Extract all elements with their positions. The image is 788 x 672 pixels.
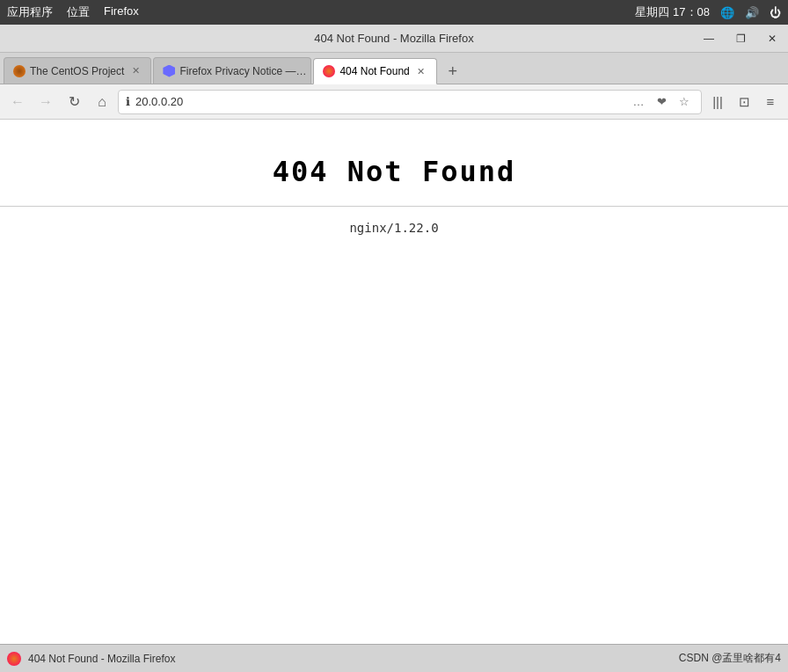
tab-bar: The CentOS Project ✕ Firefox Privacy Not… <box>0 53 788 84</box>
nav-bar: ← → ↻ ⌂ ℹ 20.0.0.20 … ❤ ☆ ||| ⊡ ≡ <box>0 84 788 120</box>
statusbar-watermark: CSDN @孟里啥都有4 <box>679 651 781 666</box>
tab-404[interactable]: 404 Not Found ✕ <box>313 58 436 84</box>
home-button[interactable]: ⌂ <box>90 90 114 114</box>
close-button[interactable]: ✕ <box>756 25 788 53</box>
main-menu-button[interactable]: ≡ <box>758 90 783 114</box>
browser-title: 404 Not Found - Mozilla Firefox <box>314 32 473 45</box>
bookmark-star-icon[interactable]: ☆ <box>675 92 694 112</box>
volume-icon[interactable]: 🔊 <box>745 6 759 19</box>
os-menu-firefox[interactable]: Firefox <box>104 4 139 20</box>
new-tab-button[interactable]: + <box>441 59 465 84</box>
ff-favicon-active <box>323 65 335 77</box>
statusbar-favicon <box>7 652 21 666</box>
sidebar-toggle-button[interactable]: ⊡ <box>732 90 756 114</box>
error-heading: 404 Not Found <box>273 155 515 188</box>
pocket-icon[interactable]: ❤ <box>652 92 671 112</box>
address-icons: … ❤ ☆ <box>629 92 694 112</box>
os-menu-location[interactable]: 位置 <box>67 4 90 20</box>
browser-titlebar: 404 Not Found - Mozilla Firefox — ❐ ✕ <box>0 25 788 53</box>
bookmarks-library-button[interactable]: ||| <box>705 90 730 114</box>
ff-shield-favicon <box>163 65 175 77</box>
tab-privacy-label: Firefox Privacy Notice —… <box>179 65 306 77</box>
server-info: nginx/1.22.0 <box>349 221 438 235</box>
minimize-button[interactable]: — <box>693 25 725 53</box>
address-more-icon[interactable]: … <box>629 92 648 112</box>
tab-centos-label: The CentOS Project <box>30 65 124 77</box>
reload-button[interactable]: ↻ <box>62 90 86 114</box>
address-info-icon[interactable]: ℹ <box>126 95 130 108</box>
window-controls[interactable]: — ❐ ✕ <box>693 25 788 52</box>
os-topbar-right: 星期四 17：08 🌐 🔊 ⏻ <box>635 4 781 20</box>
tab-centos[interactable]: The CentOS Project ✕ <box>4 57 151 84</box>
tab-centos-close[interactable]: ✕ <box>129 65 142 77</box>
tab-privacy[interactable]: Firefox Privacy Notice —… ✕ <box>153 57 311 84</box>
page-content: 404 Not Found nginx/1.22.0 <box>0 120 788 644</box>
centos-favicon <box>13 65 26 77</box>
power-icon[interactable]: ⏻ <box>770 6 781 19</box>
tab-404-label: 404 Not Found <box>339 65 409 77</box>
os-menu[interactable]: 应用程序 位置 Firefox <box>7 4 139 20</box>
address-text: 20.0.0.20 <box>135 95 624 108</box>
os-menu-apps[interactable]: 应用程序 <box>7 4 53 20</box>
statusbar-left: 404 Not Found - Mozilla Firefox <box>7 652 175 666</box>
os-topbar: 应用程序 位置 Firefox 星期四 17：08 🌐 🔊 ⏻ <box>0 0 788 25</box>
statusbar-label: 404 Not Found - Mozilla Firefox <box>28 653 175 665</box>
statusbar: 404 Not Found - Mozilla Firefox CSDN @孟里… <box>0 644 788 672</box>
network-icon[interactable]: 🌐 <box>720 6 734 19</box>
error-divider <box>0 206 788 207</box>
restore-button[interactable]: ❐ <box>725 25 756 53</box>
address-bar[interactable]: ℹ 20.0.0.20 … ❤ ☆ <box>118 90 702 114</box>
clock-display: 星期四 17：08 <box>635 4 710 20</box>
tab-404-close[interactable]: ✕ <box>415 65 427 77</box>
back-button[interactable]: ← <box>5 90 30 114</box>
nav-right-icons: ||| ⊡ ≡ <box>705 90 783 114</box>
forward-button[interactable]: → <box>33 90 58 114</box>
